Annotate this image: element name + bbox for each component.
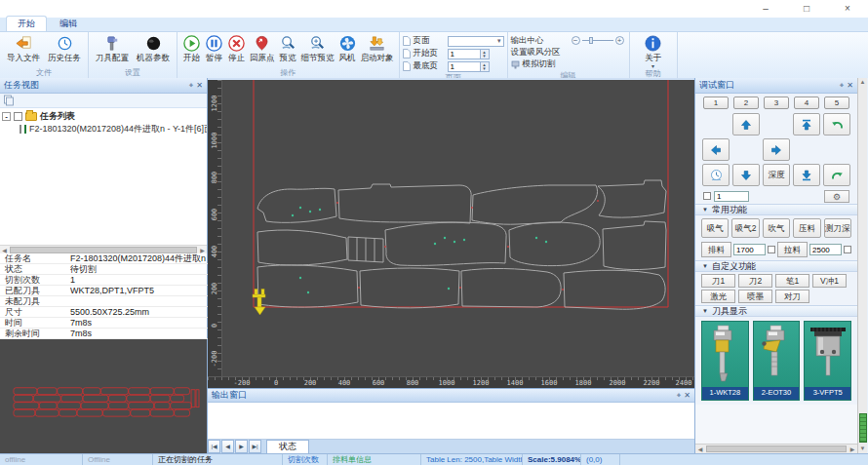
detail-preview-button[interactable]: 细节预览 (299, 33, 336, 64)
tab-start[interactable]: 开始 (6, 16, 47, 31)
close-icon[interactable]: ✕ (196, 81, 203, 90)
close-button[interactable]: × (827, 0, 868, 18)
copy-task-icon[interactable] (3, 95, 15, 106)
undo-button[interactable] (823, 113, 850, 136)
preset-5-button[interactable]: 5 (824, 97, 849, 109)
machine-params-button[interactable]: 机器参数 (133, 33, 174, 64)
tool-align-button[interactable]: 对刀 (775, 290, 809, 303)
pull-button[interactable]: 拉料 (777, 242, 808, 257)
preset-2-button[interactable]: 2 (733, 97, 759, 109)
measure-depth-button[interactable]: 测刀深 (824, 218, 851, 238)
tab-edit[interactable]: 编辑 (49, 17, 88, 31)
tool-card-wkt28[interactable]: 1-WKT28 (701, 321, 749, 401)
move-to-bottom-button[interactable] (793, 164, 820, 186)
nav-last-icon[interactable]: ▶| (249, 440, 261, 453)
origin-button[interactable]: 回原点 (248, 33, 277, 64)
checkbox[interactable] (703, 192, 711, 200)
press-button[interactable]: 压料 (793, 218, 820, 238)
output-log[interactable] (208, 403, 694, 440)
pull-length-input[interactable] (809, 244, 842, 255)
depth-button[interactable]: 深度 (763, 164, 790, 186)
minus-icon[interactable]: − (572, 36, 580, 45)
pin-icon[interactable]: ⌖ (840, 81, 845, 91)
scroll-down-icon[interactable]: ▼ (860, 445, 866, 453)
blow-button[interactable]: 吹气 (763, 218, 790, 238)
jog-down-button[interactable] (732, 164, 760, 186)
checkbox[interactable] (14, 112, 22, 121)
tool-card-eot30[interactable]: 2-EOT30 (753, 321, 801, 401)
scroll-left-icon[interactable]: ◀ (695, 446, 705, 452)
stop-button[interactable]: 停止 (225, 33, 248, 64)
feed-button[interactable]: 排料 (701, 242, 731, 257)
pin-icon[interactable]: ⌖ (189, 81, 194, 91)
maximize-button[interactable]: □ (786, 0, 827, 18)
preset-4-button[interactable]: 4 (794, 97, 819, 109)
last-page-spinner[interactable]: ▴▾ (448, 61, 490, 72)
fan-button[interactable]: 风机 (336, 33, 359, 64)
page-select-dropdown[interactable]: ▾ (448, 36, 504, 47)
slider-handle[interactable] (589, 37, 593, 44)
spinner-arrows[interactable]: ▴▾ (481, 49, 490, 59)
scrollbar-thumb[interactable] (859, 413, 867, 443)
preview-button[interactable]: 预览 (277, 33, 299, 64)
import-file-button[interactable]: 导入文件 (3, 33, 44, 64)
plus-icon[interactable]: + (615, 36, 624, 45)
main-vertical-scrollbar[interactable]: ▲ ▼ (857, 78, 867, 453)
settings-button[interactable]: ⚙ (824, 190, 849, 203)
scroll-up-icon[interactable]: ▲ (860, 78, 866, 87)
knife2-button[interactable]: 刀2 (738, 274, 772, 288)
nav-prev-icon[interactable]: ◀ (221, 440, 234, 453)
start-object-button[interactable]: 启动对象 (359, 33, 396, 64)
history-task-button[interactable]: 历史任务 (44, 33, 85, 64)
tab-status[interactable]: 状态 (266, 440, 309, 453)
start-page-input[interactable] (448, 49, 481, 59)
close-icon[interactable]: ✕ (847, 81, 853, 90)
custom-functions-header[interactable]: ▼ 自定义功能 (695, 260, 857, 272)
minimize-button[interactable]: – (745, 0, 786, 18)
laser-button[interactable]: 激光 (701, 290, 735, 303)
vpunch1-button[interactable]: V冲1 (812, 274, 847, 288)
checkbox[interactable] (768, 246, 775, 253)
preset-3-button[interactable]: 3 (764, 97, 789, 109)
nav-first-icon[interactable]: |◀ (208, 440, 220, 453)
common-functions-header[interactable]: ▼ 常用功能 (695, 204, 857, 215)
cutting-canvas[interactable] (222, 80, 694, 376)
expander-icon[interactable]: - (2, 112, 11, 121)
jog-step-input[interactable] (714, 191, 749, 202)
suction2-button[interactable]: 吸气2 (731, 218, 759, 238)
scroll-right-icon[interactable]: ▶ (848, 446, 857, 452)
knife1-button[interactable]: 刀1 (701, 274, 735, 288)
checkbox[interactable] (844, 246, 851, 253)
pen1-button[interactable]: 笔1 (775, 274, 809, 288)
close-icon[interactable]: ✕ (684, 391, 690, 400)
tool-card-vfpt5[interactable]: 3-VFPT5 (804, 321, 851, 401)
pin-icon[interactable]: ⌖ (677, 391, 682, 401)
timer-button[interactable] (702, 164, 730, 186)
last-page-input[interactable] (448, 61, 481, 72)
task-tree-root[interactable]: - 任务列表 (0, 110, 207, 123)
start-button[interactable]: 开始 (180, 33, 203, 64)
checkbox[interactable] (20, 125, 21, 134)
nav-next-icon[interactable]: ▶ (235, 440, 248, 453)
pause-button[interactable]: 暂停 (203, 33, 225, 64)
spinner-arrows[interactable]: ▴▾ (481, 61, 490, 72)
suction-button[interactable]: 吸气 (701, 218, 729, 238)
start-page-spinner[interactable]: ▴▾ (448, 49, 490, 59)
zoom-slider[interactable]: − + (572, 36, 624, 45)
jog-right-button[interactable] (763, 138, 790, 161)
suction-zone-item[interactable]: 设置吸风分区 (511, 47, 626, 58)
jog-up-button[interactable] (732, 113, 760, 136)
inkjet-button[interactable]: 喷墨 (738, 290, 772, 303)
jog-left-button[interactable] (702, 138, 730, 161)
scrollbar-thumb[interactable] (706, 446, 847, 452)
preset-1-button[interactable]: 1 (703, 97, 729, 109)
tools-horizontal-scrollbar[interactable]: ◀ ▶ (695, 444, 857, 453)
task-tree-item[interactable]: F2-1801320(M2017208)44件进取n - Y-1件[6]面A 流… (0, 123, 207, 136)
move-to-top-button[interactable] (793, 113, 820, 136)
tool-display-header[interactable]: ▼ 刀具显示 (695, 305, 857, 317)
about-button[interactable]: 关于 ▾ (633, 33, 674, 68)
redo-button[interactable] (823, 164, 850, 186)
tool-config-button[interactable]: 刀具配置 (92, 33, 133, 64)
feed-length-input[interactable] (733, 244, 766, 255)
simulate-cut-item[interactable]: 模拟切割 (511, 58, 626, 70)
